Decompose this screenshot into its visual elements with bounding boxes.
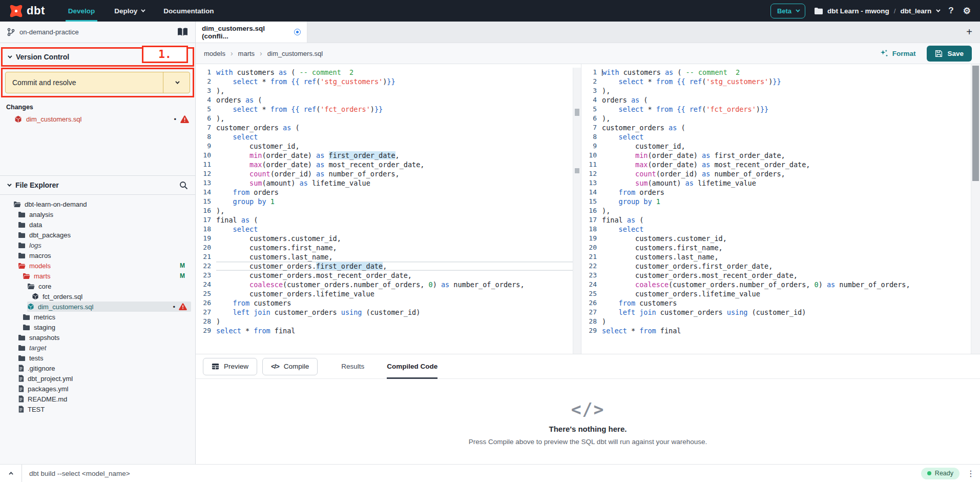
branch-name: on-demand-practice (19, 28, 79, 36)
tree-item-staging[interactable]: staging (0, 322, 195, 332)
settings-gear-icon[interactable]: ⚙ (963, 6, 971, 16)
line-number: 4 (196, 95, 211, 105)
code-editor-right[interactable]: 1234567891011121314151617181920212223242… (581, 64, 971, 354)
code-line: select * from final (216, 326, 573, 335)
empty-state-title: There's nothing here. (549, 425, 627, 433)
file-icon (18, 365, 24, 372)
tree-item-core[interactable]: core (0, 281, 195, 291)
tab-results[interactable]: Results (341, 354, 364, 379)
tree-item-dbt-learn-on-demand[interactable]: dbt-learn-on-demand (0, 199, 195, 209)
line-number: 20 (196, 243, 211, 252)
tree-item--gitignore[interactable]: .gitignore (0, 363, 195, 373)
search-icon[interactable] (179, 181, 188, 190)
nav-develop[interactable]: Develop (58, 0, 105, 22)
tree-item-label: snapshots (29, 334, 59, 342)
collapse-chevron-up-icon[interactable] (5, 472, 18, 475)
modified-dot: • (173, 303, 175, 311)
tree-item-packages-yml[interactable]: packages.yml (0, 384, 195, 394)
docs-book-icon[interactable] (177, 28, 188, 36)
command-input[interactable]: dbt build --select <model_name> (29, 470, 130, 477)
code-line: from customers (216, 298, 573, 308)
window-scrollbar[interactable] (971, 64, 980, 354)
status-badge: Ready (921, 468, 960, 479)
beta-dropdown[interactable]: Beta (770, 4, 805, 18)
commit-options-caret[interactable] (163, 72, 190, 93)
tree-item-tests[interactable]: tests (0, 353, 195, 363)
code-line: customer_orders.most_recent_order_date, (216, 271, 573, 280)
changed-file-row[interactable]: dim_customers.sql • (6, 115, 189, 123)
tree-item-metrics[interactable]: metrics (0, 312, 195, 322)
nav-deploy[interactable]: Deploy (105, 0, 154, 22)
tree-item-label: core (38, 283, 51, 290)
help-icon[interactable]: ? (948, 6, 953, 16)
compile-button[interactable]: </> Compile (262, 358, 318, 375)
table-icon (212, 363, 219, 370)
tree-item-logs[interactable]: logs (0, 240, 195, 250)
line-number: 19 (196, 234, 211, 243)
code-line: with customers as ( -- comment 2 (602, 68, 971, 77)
folder-icon (23, 314, 30, 320)
tree-item-marts[interactable]: martsM (0, 271, 195, 281)
code-line: select * from {{ ref('fct_orders')}} (602, 105, 971, 114)
tree-item-label: TEST (28, 406, 45, 413)
code-line: customer_orders.first_order_date, (602, 262, 971, 271)
line-number: 12 (581, 169, 597, 178)
tree-item-macros[interactable]: macros (0, 250, 195, 260)
tree-item-analysis[interactable]: analysis (0, 209, 195, 219)
line-numbers-right: 1234567891011121314151617181920212223242… (581, 68, 602, 354)
format-button[interactable]: Format (880, 49, 916, 58)
editor-scrollbar-left[interactable] (573, 68, 581, 354)
line-number: 15 (581, 197, 597, 206)
code-line: ), (602, 86, 971, 95)
line-number: 9 (581, 142, 597, 151)
code-line: left join customer_orders using (custome… (602, 308, 971, 317)
folder-open-icon (18, 263, 26, 269)
tree-item-data[interactable]: data (0, 219, 195, 230)
code-line: ) (602, 317, 971, 326)
account-project-selector[interactable]: dbt Learn - mwong / dbt_learn (815, 7, 939, 15)
git-branch-row[interactable]: on-demand-practice (0, 22, 195, 43)
chevron-down-icon (7, 182, 11, 186)
conflict-warning-icon (180, 115, 189, 123)
conflict-warning-icon (179, 303, 187, 310)
kebab-menu-icon[interactable]: ⋮ (967, 469, 975, 478)
empty-state: </> There's nothing here. Press Compile … (196, 399, 980, 446)
code-editor-left[interactable]: 1234567891011121314151617181920212223242… (196, 64, 581, 354)
line-number: 18 (196, 225, 211, 234)
save-button[interactable]: Save (927, 46, 972, 62)
new-tab-button[interactable]: + (958, 22, 980, 43)
tree-item-dbt-project-yml[interactable]: dbt_project.yml (0, 373, 195, 384)
line-number: 29 (196, 326, 211, 335)
dbt-logo[interactable]: dbt (0, 0, 58, 22)
breadcrumb-marts[interactable]: marts (238, 50, 255, 57)
preview-button[interactable]: Preview (203, 358, 257, 375)
line-number: 12 (196, 169, 211, 178)
modified-badge: M (180, 272, 188, 279)
file-explorer-header[interactable]: File Explorer (0, 175, 195, 195)
nav-documentation[interactable]: Documentation (154, 0, 223, 22)
scrollbar-thumb[interactable] (972, 66, 979, 181)
tree-item-dim-customers-sql[interactable]: dim_customers.sql• (0, 302, 195, 312)
tree-item-models[interactable]: modelsM (0, 260, 195, 271)
tree-item-target[interactable]: target (0, 343, 195, 353)
code-line: orders as ( (602, 95, 971, 105)
line-number: 7 (196, 123, 211, 132)
line-number: 3 (196, 86, 211, 95)
tree-item-label: README.md (28, 395, 67, 403)
breadcrumb-models[interactable]: models (204, 50, 225, 57)
tab-dim-customers[interactable]: dim_customers.sql (confli... (196, 22, 307, 43)
code-line: select * from final (602, 326, 971, 335)
tree-item-readme-md[interactable]: README.md (0, 394, 195, 404)
folder-open-icon (27, 283, 35, 290)
code-line: customers.first_name, (602, 243, 971, 252)
tree-item-dbt-packages[interactable]: dbt_packages (0, 230, 195, 240)
folder-open-icon (23, 273, 30, 279)
commit-and-resolve-button[interactable]: Commit and resolve (5, 72, 190, 93)
breadcrumb-file[interactable]: dim_customers.sql (267, 50, 323, 57)
tree-item-snapshots[interactable]: snapshots (0, 332, 195, 343)
tree-item-test[interactable]: TEST (0, 404, 195, 414)
tree-item-fct-orders-sql[interactable]: fct_orders.sql (0, 291, 195, 302)
tab-compiled-code[interactable]: Compiled Code (387, 354, 437, 379)
file-icon (18, 385, 24, 392)
folder-icon (18, 211, 26, 218)
